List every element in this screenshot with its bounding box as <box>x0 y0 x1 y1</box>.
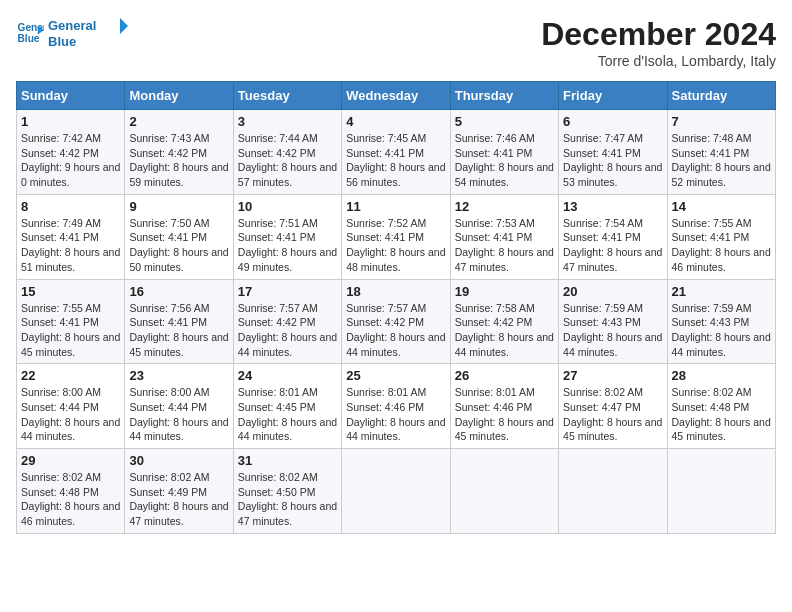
day-info: Sunrise: 7:57 AMSunset: 4:42 PMDaylight:… <box>346 301 445 360</box>
day-info: Sunrise: 7:53 AMSunset: 4:41 PMDaylight:… <box>455 216 554 275</box>
calendar-cell: 2Sunrise: 7:43 AMSunset: 4:42 PMDaylight… <box>125 110 233 195</box>
day-number: 5 <box>455 114 554 129</box>
day-number: 10 <box>238 199 337 214</box>
day-number: 2 <box>129 114 228 129</box>
calendar-week-5: 29Sunrise: 8:02 AMSunset: 4:48 PMDayligh… <box>17 449 776 534</box>
day-info: Sunrise: 7:55 AMSunset: 4:41 PMDaylight:… <box>672 216 771 275</box>
calendar-cell: 23Sunrise: 8:00 AMSunset: 4:44 PMDayligh… <box>125 364 233 449</box>
logo: General Blue General Blue <box>16 16 128 50</box>
day-info: Sunrise: 7:54 AMSunset: 4:41 PMDaylight:… <box>563 216 662 275</box>
calendar-cell: 1Sunrise: 7:42 AMSunset: 4:42 PMDaylight… <box>17 110 125 195</box>
day-info: Sunrise: 7:51 AMSunset: 4:41 PMDaylight:… <box>238 216 337 275</box>
calendar-cell: 22Sunrise: 8:00 AMSunset: 4:44 PMDayligh… <box>17 364 125 449</box>
calendar-cell <box>559 449 667 534</box>
calendar-cell: 3Sunrise: 7:44 AMSunset: 4:42 PMDaylight… <box>233 110 341 195</box>
calendar-cell: 31Sunrise: 8:02 AMSunset: 4:50 PMDayligh… <box>233 449 341 534</box>
day-number: 4 <box>346 114 445 129</box>
day-number: 23 <box>129 368 228 383</box>
calendar-cell: 19Sunrise: 7:58 AMSunset: 4:42 PMDayligh… <box>450 279 558 364</box>
day-number: 26 <box>455 368 554 383</box>
day-info: Sunrise: 8:01 AMSunset: 4:45 PMDaylight:… <box>238 385 337 444</box>
calendar-week-4: 22Sunrise: 8:00 AMSunset: 4:44 PMDayligh… <box>17 364 776 449</box>
calendar-cell: 7Sunrise: 7:48 AMSunset: 4:41 PMDaylight… <box>667 110 775 195</box>
day-number: 13 <box>563 199 662 214</box>
calendar-cell: 12Sunrise: 7:53 AMSunset: 4:41 PMDayligh… <box>450 194 558 279</box>
calendar-cell: 13Sunrise: 7:54 AMSunset: 4:41 PMDayligh… <box>559 194 667 279</box>
month-title: December 2024 <box>541 16 776 53</box>
day-number: 22 <box>21 368 120 383</box>
day-number: 7 <box>672 114 771 129</box>
day-info: Sunrise: 8:02 AMSunset: 4:50 PMDaylight:… <box>238 470 337 529</box>
day-number: 12 <box>455 199 554 214</box>
weekday-header-sunday: Sunday <box>17 82 125 110</box>
day-number: 3 <box>238 114 337 129</box>
day-info: Sunrise: 7:58 AMSunset: 4:42 PMDaylight:… <box>455 301 554 360</box>
calendar-cell <box>667 449 775 534</box>
day-info: Sunrise: 8:01 AMSunset: 4:46 PMDaylight:… <box>346 385 445 444</box>
day-number: 9 <box>129 199 228 214</box>
day-info: Sunrise: 7:56 AMSunset: 4:41 PMDaylight:… <box>129 301 228 360</box>
calendar-cell: 6Sunrise: 7:47 AMSunset: 4:41 PMDaylight… <box>559 110 667 195</box>
svg-text:Blue: Blue <box>48 34 76 49</box>
day-number: 17 <box>238 284 337 299</box>
day-number: 15 <box>21 284 120 299</box>
day-number: 21 <box>672 284 771 299</box>
day-number: 6 <box>563 114 662 129</box>
day-number: 24 <box>238 368 337 383</box>
day-number: 8 <box>21 199 120 214</box>
day-info: Sunrise: 7:59 AMSunset: 4:43 PMDaylight:… <box>672 301 771 360</box>
day-number: 29 <box>21 453 120 468</box>
calendar-cell: 24Sunrise: 8:01 AMSunset: 4:45 PMDayligh… <box>233 364 341 449</box>
calendar-cell: 9Sunrise: 7:50 AMSunset: 4:41 PMDaylight… <box>125 194 233 279</box>
calendar-cell <box>450 449 558 534</box>
day-info: Sunrise: 8:01 AMSunset: 4:46 PMDaylight:… <box>455 385 554 444</box>
day-number: 20 <box>563 284 662 299</box>
day-number: 11 <box>346 199 445 214</box>
calendar-week-1: 1Sunrise: 7:42 AMSunset: 4:42 PMDaylight… <box>17 110 776 195</box>
day-info: Sunrise: 7:46 AMSunset: 4:41 PMDaylight:… <box>455 131 554 190</box>
page-header: General Blue General Blue December 2024 … <box>16 16 776 69</box>
day-info: Sunrise: 7:42 AMSunset: 4:42 PMDaylight:… <box>21 131 120 190</box>
calendar-cell: 18Sunrise: 7:57 AMSunset: 4:42 PMDayligh… <box>342 279 450 364</box>
day-number: 18 <box>346 284 445 299</box>
location: Torre d'Isola, Lombardy, Italy <box>541 53 776 69</box>
day-number: 14 <box>672 199 771 214</box>
calendar-cell: 20Sunrise: 7:59 AMSunset: 4:43 PMDayligh… <box>559 279 667 364</box>
day-info: Sunrise: 8:02 AMSunset: 4:48 PMDaylight:… <box>672 385 771 444</box>
calendar-cell: 26Sunrise: 8:01 AMSunset: 4:46 PMDayligh… <box>450 364 558 449</box>
day-info: Sunrise: 7:52 AMSunset: 4:41 PMDaylight:… <box>346 216 445 275</box>
day-info: Sunrise: 7:49 AMSunset: 4:41 PMDaylight:… <box>21 216 120 275</box>
day-info: Sunrise: 7:43 AMSunset: 4:42 PMDaylight:… <box>129 131 228 190</box>
calendar-cell: 27Sunrise: 8:02 AMSunset: 4:47 PMDayligh… <box>559 364 667 449</box>
weekday-header-friday: Friday <box>559 82 667 110</box>
calendar-cell: 25Sunrise: 8:01 AMSunset: 4:46 PMDayligh… <box>342 364 450 449</box>
svg-text:Blue: Blue <box>18 33 40 44</box>
day-number: 19 <box>455 284 554 299</box>
logo-icon: General Blue <box>16 19 44 47</box>
day-number: 1 <box>21 114 120 129</box>
calendar-table: SundayMondayTuesdayWednesdayThursdayFrid… <box>16 81 776 534</box>
logo-svg: General Blue <box>48 16 128 50</box>
calendar-cell: 5Sunrise: 7:46 AMSunset: 4:41 PMDaylight… <box>450 110 558 195</box>
day-number: 31 <box>238 453 337 468</box>
day-info: Sunrise: 7:48 AMSunset: 4:41 PMDaylight:… <box>672 131 771 190</box>
calendar-week-2: 8Sunrise: 7:49 AMSunset: 4:41 PMDaylight… <box>17 194 776 279</box>
day-info: Sunrise: 8:02 AMSunset: 4:49 PMDaylight:… <box>129 470 228 529</box>
calendar-cell: 4Sunrise: 7:45 AMSunset: 4:41 PMDaylight… <box>342 110 450 195</box>
day-number: 30 <box>129 453 228 468</box>
calendar-cell: 17Sunrise: 7:57 AMSunset: 4:42 PMDayligh… <box>233 279 341 364</box>
svg-marker-4 <box>120 18 128 34</box>
calendar-cell: 29Sunrise: 8:02 AMSunset: 4:48 PMDayligh… <box>17 449 125 534</box>
day-info: Sunrise: 7:55 AMSunset: 4:41 PMDaylight:… <box>21 301 120 360</box>
calendar-cell: 10Sunrise: 7:51 AMSunset: 4:41 PMDayligh… <box>233 194 341 279</box>
calendar-cell: 28Sunrise: 8:02 AMSunset: 4:48 PMDayligh… <box>667 364 775 449</box>
day-info: Sunrise: 7:57 AMSunset: 4:42 PMDaylight:… <box>238 301 337 360</box>
weekday-header-monday: Monday <box>125 82 233 110</box>
day-info: Sunrise: 8:00 AMSunset: 4:44 PMDaylight:… <box>129 385 228 444</box>
day-info: Sunrise: 7:44 AMSunset: 4:42 PMDaylight:… <box>238 131 337 190</box>
calendar-week-3: 15Sunrise: 7:55 AMSunset: 4:41 PMDayligh… <box>17 279 776 364</box>
calendar-cell: 16Sunrise: 7:56 AMSunset: 4:41 PMDayligh… <box>125 279 233 364</box>
day-info: Sunrise: 8:02 AMSunset: 4:47 PMDaylight:… <box>563 385 662 444</box>
day-info: Sunrise: 7:50 AMSunset: 4:41 PMDaylight:… <box>129 216 228 275</box>
calendar-cell: 11Sunrise: 7:52 AMSunset: 4:41 PMDayligh… <box>342 194 450 279</box>
